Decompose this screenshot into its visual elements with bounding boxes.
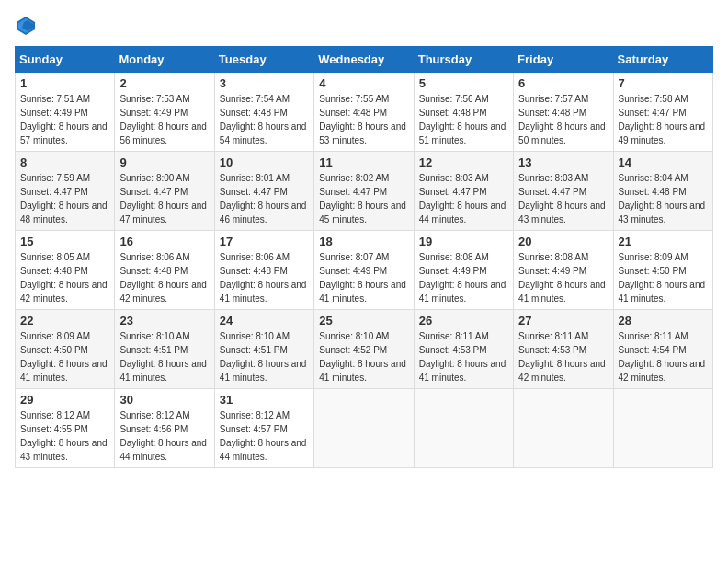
calendar-cell: 18 Sunrise: 8:07 AMSunset: 4:49 PMDaylig… bbox=[314, 231, 414, 310]
calendar-table: SundayMondayTuesdayWednesdayThursdayFrid… bbox=[15, 46, 713, 468]
calendar-cell: 26 Sunrise: 8:11 AMSunset: 4:53 PMDaylig… bbox=[414, 310, 513, 389]
calendar-cell: 7 Sunrise: 7:58 AMSunset: 4:47 PMDayligh… bbox=[613, 73, 712, 152]
day-info: Sunrise: 7:55 AMSunset: 4:48 PMDaylight:… bbox=[319, 92, 408, 147]
calendar-cell: 24 Sunrise: 8:10 AMSunset: 4:51 PMDaylig… bbox=[214, 310, 313, 389]
day-info: Sunrise: 8:11 AMSunset: 4:53 PMDaylight:… bbox=[419, 329, 508, 385]
day-info: Sunrise: 8:10 AMSunset: 4:51 PMDaylight:… bbox=[119, 329, 209, 385]
calendar-cell: 15 Sunrise: 8:05 AMSunset: 4:48 PMDaylig… bbox=[16, 231, 115, 310]
day-number: 28 bbox=[619, 314, 708, 327]
day-info: Sunrise: 7:56 AMSunset: 4:48 PMDaylight:… bbox=[419, 92, 508, 147]
calendar-cell: 21 Sunrise: 8:09 AMSunset: 4:50 PMDaylig… bbox=[613, 231, 712, 310]
calendar-cell: 10 Sunrise: 8:01 AMSunset: 4:47 PMDaylig… bbox=[214, 152, 313, 231]
calendar-week-row: 1 Sunrise: 7:51 AMSunset: 4:49 PMDayligh… bbox=[16, 73, 713, 152]
day-number: 18 bbox=[319, 235, 408, 248]
logo-icon bbox=[15, 15, 37, 37]
calendar-cell bbox=[514, 389, 613, 468]
calendar-cell: 14 Sunrise: 8:04 AMSunset: 4:48 PMDaylig… bbox=[613, 152, 712, 231]
day-info: Sunrise: 8:01 AMSunset: 4:47 PMDaylight:… bbox=[220, 171, 309, 226]
calendar-day-header: Wednesday bbox=[314, 47, 414, 73]
calendar-cell: 19 Sunrise: 8:08 AMSunset: 4:49 PMDaylig… bbox=[414, 231, 513, 310]
day-info: Sunrise: 8:11 AMSunset: 4:53 PMDaylight:… bbox=[518, 329, 608, 385]
day-info: Sunrise: 8:04 AMSunset: 4:48 PMDaylight:… bbox=[619, 171, 708, 226]
day-number: 17 bbox=[220, 235, 309, 248]
day-info: Sunrise: 8:10 AMSunset: 4:51 PMDaylight:… bbox=[220, 329, 309, 385]
calendar-day-header: Sunday bbox=[16, 47, 115, 73]
calendar-day-header: Thursday bbox=[414, 47, 513, 73]
calendar-cell: 12 Sunrise: 8:03 AMSunset: 4:47 PMDaylig… bbox=[414, 152, 513, 231]
calendar-cell: 8 Sunrise: 7:59 AMSunset: 4:47 PMDayligh… bbox=[16, 152, 115, 231]
calendar-week-row: 22 Sunrise: 8:09 AMSunset: 4:50 PMDaylig… bbox=[16, 310, 713, 389]
calendar-cell: 28 Sunrise: 8:11 AMSunset: 4:54 PMDaylig… bbox=[613, 310, 712, 389]
day-info: Sunrise: 7:54 AMSunset: 4:48 PMDaylight:… bbox=[220, 92, 309, 147]
logo bbox=[15, 15, 40, 37]
calendar-cell: 9 Sunrise: 8:00 AMSunset: 4:47 PMDayligh… bbox=[115, 152, 214, 231]
calendar-cell: 23 Sunrise: 8:10 AMSunset: 4:51 PMDaylig… bbox=[115, 310, 214, 389]
calendar-cell: 11 Sunrise: 8:02 AMSunset: 4:47 PMDaylig… bbox=[314, 152, 414, 231]
day-number: 26 bbox=[419, 314, 508, 327]
day-number: 5 bbox=[419, 76, 508, 90]
calendar-cell: 27 Sunrise: 8:11 AMSunset: 4:53 PMDaylig… bbox=[514, 310, 613, 389]
day-info: Sunrise: 8:08 AMSunset: 4:49 PMDaylight:… bbox=[419, 250, 508, 305]
day-number: 15 bbox=[20, 235, 109, 248]
calendar-cell: 4 Sunrise: 7:55 AMSunset: 4:48 PMDayligh… bbox=[314, 73, 414, 152]
day-number: 2 bbox=[119, 76, 209, 90]
calendar-cell: 22 Sunrise: 8:09 AMSunset: 4:50 PMDaylig… bbox=[16, 310, 115, 389]
day-number: 20 bbox=[518, 235, 608, 248]
calendar-cell: 17 Sunrise: 8:06 AMSunset: 4:48 PMDaylig… bbox=[214, 231, 313, 310]
calendar-cell: 29 Sunrise: 8:12 AMSunset: 4:55 PMDaylig… bbox=[16, 389, 115, 468]
day-info: Sunrise: 8:02 AMSunset: 4:47 PMDaylight:… bbox=[319, 171, 408, 226]
day-number: 13 bbox=[518, 155, 608, 169]
day-number: 30 bbox=[119, 393, 209, 407]
day-number: 23 bbox=[119, 314, 209, 327]
calendar-cell bbox=[314, 389, 414, 468]
day-info: Sunrise: 7:58 AMSunset: 4:47 PMDaylight:… bbox=[619, 92, 708, 147]
calendar-cell: 31 Sunrise: 8:12 AMSunset: 4:57 PMDaylig… bbox=[214, 389, 313, 468]
day-number: 25 bbox=[319, 314, 408, 327]
day-number: 1 bbox=[20, 76, 109, 90]
calendar-cell: 30 Sunrise: 8:12 AMSunset: 4:56 PMDaylig… bbox=[115, 389, 214, 468]
day-number: 10 bbox=[220, 155, 309, 169]
day-info: Sunrise: 8:12 AMSunset: 4:57 PMDaylight:… bbox=[220, 408, 309, 464]
calendar-day-header: Tuesday bbox=[214, 47, 313, 73]
day-number: 14 bbox=[619, 155, 708, 169]
day-info: Sunrise: 8:08 AMSunset: 4:49 PMDaylight:… bbox=[518, 250, 608, 305]
calendar-week-row: 15 Sunrise: 8:05 AMSunset: 4:48 PMDaylig… bbox=[16, 231, 713, 310]
day-info: Sunrise: 8:03 AMSunset: 4:47 PMDaylight:… bbox=[518, 171, 608, 226]
calendar-cell bbox=[613, 389, 712, 468]
day-info: Sunrise: 8:05 AMSunset: 4:48 PMDaylight:… bbox=[20, 250, 109, 305]
day-info: Sunrise: 7:57 AMSunset: 4:48 PMDaylight:… bbox=[518, 92, 608, 147]
day-number: 16 bbox=[119, 235, 209, 248]
day-info: Sunrise: 8:09 AMSunset: 4:50 PMDaylight:… bbox=[619, 250, 708, 305]
day-info: Sunrise: 8:12 AMSunset: 4:56 PMDaylight:… bbox=[119, 408, 209, 464]
day-number: 19 bbox=[419, 235, 508, 248]
calendar-day-header: Friday bbox=[514, 47, 613, 73]
day-info: Sunrise: 8:07 AMSunset: 4:49 PMDaylight:… bbox=[319, 250, 408, 305]
day-info: Sunrise: 7:59 AMSunset: 4:47 PMDaylight:… bbox=[20, 171, 109, 226]
calendar-week-row: 8 Sunrise: 7:59 AMSunset: 4:47 PMDayligh… bbox=[16, 152, 713, 231]
calendar-cell: 3 Sunrise: 7:54 AMSunset: 4:48 PMDayligh… bbox=[214, 73, 313, 152]
day-info: Sunrise: 8:10 AMSunset: 4:52 PMDaylight:… bbox=[319, 329, 408, 385]
day-number: 29 bbox=[20, 393, 109, 407]
day-info: Sunrise: 8:00 AMSunset: 4:47 PMDaylight:… bbox=[119, 171, 209, 226]
day-number: 7 bbox=[619, 76, 708, 90]
day-number: 6 bbox=[518, 76, 608, 90]
calendar-cell: 13 Sunrise: 8:03 AMSunset: 4:47 PMDaylig… bbox=[514, 152, 613, 231]
day-number: 12 bbox=[419, 155, 508, 169]
calendar-cell: 16 Sunrise: 8:06 AMSunset: 4:48 PMDaylig… bbox=[115, 231, 214, 310]
day-info: Sunrise: 8:06 AMSunset: 4:48 PMDaylight:… bbox=[119, 250, 209, 305]
day-number: 27 bbox=[518, 314, 608, 327]
day-info: Sunrise: 8:03 AMSunset: 4:47 PMDaylight:… bbox=[419, 171, 508, 226]
page-header bbox=[15, 15, 713, 37]
calendar-cell: 20 Sunrise: 8:08 AMSunset: 4:49 PMDaylig… bbox=[514, 231, 613, 310]
day-number: 3 bbox=[220, 76, 309, 90]
day-number: 4 bbox=[319, 76, 408, 90]
day-info: Sunrise: 8:06 AMSunset: 4:48 PMDaylight:… bbox=[220, 250, 309, 305]
day-number: 21 bbox=[619, 235, 708, 248]
day-info: Sunrise: 8:11 AMSunset: 4:54 PMDaylight:… bbox=[619, 329, 708, 385]
calendar-cell: 2 Sunrise: 7:53 AMSunset: 4:49 PMDayligh… bbox=[115, 73, 214, 152]
calendar-day-header: Saturday bbox=[613, 47, 712, 73]
calendar-cell bbox=[414, 389, 513, 468]
day-number: 8 bbox=[20, 155, 109, 169]
day-number: 24 bbox=[220, 314, 309, 327]
day-number: 22 bbox=[20, 314, 109, 327]
